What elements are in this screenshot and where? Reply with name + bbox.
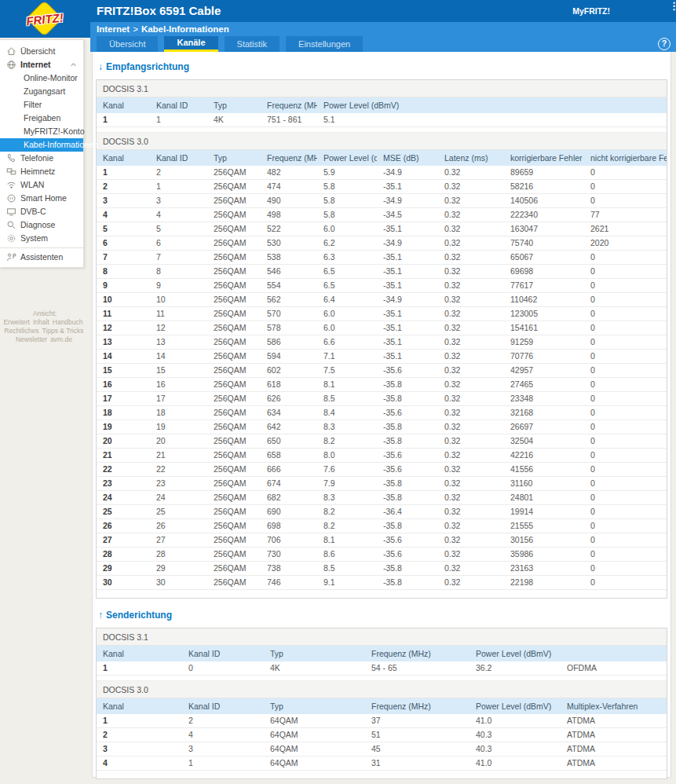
tab-bersicht[interactable]: Übersicht [97, 36, 158, 52]
cell: 666 [261, 463, 317, 477]
cell: 562 [261, 293, 317, 307]
cell: 0 [584, 364, 667, 378]
myfritz-link[interactable]: MyFRITZ! [572, 6, 610, 16]
tab-kan-le[interactable]: Kanäle [164, 36, 217, 52]
footer-link-inhalt[interactable]: Inhalt [31, 318, 51, 326]
column-header: Power Level (dBmV) [317, 150, 377, 166]
sidebar-item-kabel-informationen[interactable]: Kabel-Informationen [0, 138, 83, 152]
cell: 256QAM [207, 194, 261, 208]
sidebar-item-zugangsart[interactable]: Zugangsart [0, 85, 83, 98]
empfangsrichtung-section-title[interactable]: ↓Empfangsrichtung [98, 61, 668, 72]
kebab-menu-icon[interactable]: ⋮ [669, 4, 675, 9]
cell: 20 [97, 434, 150, 449]
column-header: Frequenz (MHz) [261, 150, 317, 166]
cell: 256QAM [207, 491, 261, 505]
footer-link-tipps-tricks[interactable]: Tipps & Tricks [40, 327, 85, 335]
cell: 6.5 [317, 279, 377, 293]
cell: 30 [150, 576, 207, 590]
sidebar-item-wlan[interactable]: WLAN [0, 178, 83, 192]
cell: 0.32 [438, 463, 504, 477]
table-row: 2727256QAM7068.1-35.60.32301560 [97, 533, 667, 548]
cell: -35.8 [377, 378, 438, 392]
cell: 0 [584, 293, 667, 307]
cell: -35.1 [377, 222, 438, 236]
cell: 30 [97, 576, 150, 590]
cell: 110462 [504, 293, 584, 307]
column-header: korrigierbare Fehler [504, 150, 584, 166]
cell: 3 [97, 742, 182, 757]
sidebar-item-diagnose[interactable]: Diagnose [0, 218, 83, 232]
sidebar-item-system[interactable]: System [0, 232, 83, 245]
cell: 31160 [504, 477, 584, 491]
tab-statistik[interactable]: Statistik [225, 36, 280, 52]
sidebar-item-dvb-c[interactable]: DVB-C [0, 205, 83, 218]
sidebar-item-label: MyFRITZ!-Konto [24, 125, 85, 138]
cell: -35.8 [377, 392, 438, 406]
cell: 602 [261, 364, 317, 378]
cell: 29 [150, 562, 207, 576]
sidebar-item-freigaben[interactable]: Freigaben [0, 112, 83, 125]
sidebar-item-heimnetz[interactable]: Heimnetz [0, 165, 83, 178]
cell: 0 [584, 434, 667, 449]
table-header-row: KanalKanal IDTypFrequenz (MHz)Power Leve… [97, 646, 667, 661]
up-arrow-icon: ↑ [98, 610, 103, 621]
sidebar-item-telefonie[interactable]: Telefonie [0, 152, 83, 165]
sidebar-item-label: Heimnetz [20, 165, 55, 178]
cell: 29 [97, 562, 150, 576]
cell: 7.9 [317, 477, 377, 491]
cell: 498 [261, 208, 317, 222]
cell: 538 [261, 251, 317, 265]
cell: -34.9 [377, 236, 438, 251]
footer-link-handbuch[interactable]: Handbuch [51, 318, 85, 326]
gear-icon [6, 233, 16, 244]
cell: 0.32 [438, 533, 504, 548]
cell: 41.0 [470, 714, 561, 728]
cell: 24 [97, 491, 150, 505]
footer-link-newsletter[interactable]: Newsletter [14, 335, 49, 343]
footer-link-rechtliches[interactable]: Rechtliches [3, 327, 41, 335]
table-row: 1616256QAM6188.1-35.80.32274650 [97, 378, 667, 392]
sidebar-item-smart-home[interactable]: Smart Home [0, 192, 83, 205]
cell: 18 [97, 406, 150, 420]
cell: 14 [150, 350, 207, 364]
cell: 16 [150, 378, 207, 392]
column-header: Kanal ID [150, 97, 207, 113]
cell: 4 [97, 208, 150, 222]
cell: 0 [182, 661, 264, 676]
cell: 256QAM [207, 463, 261, 477]
cell: 7.6 [317, 463, 377, 477]
cell: 13 [97, 335, 150, 350]
cell: -35.6 [377, 463, 438, 477]
sidebar-item-bersicht[interactable]: Übersicht [0, 45, 83, 58]
cell: 256QAM [207, 378, 261, 392]
magnifier-icon [6, 220, 16, 230]
cell: 19 [97, 420, 150, 434]
sidebar-item-filter[interactable]: Filter [0, 98, 83, 112]
cell: 22 [150, 463, 207, 477]
assistant-icon [6, 252, 16, 262]
fritz-logo: FRITZ! [0, 0, 90, 38]
senderichtung-section-title[interactable]: ↑Senderichtung [98, 610, 668, 621]
sidebar-item-internet[interactable]: Internet [0, 58, 83, 71]
tab-einstellungen[interactable]: Einstellungen [286, 36, 363, 52]
cell: 256QAM [207, 434, 261, 449]
cell: -35.8 [377, 420, 438, 434]
cell: 6.3 [317, 251, 377, 265]
cell: 8.5 [317, 392, 377, 406]
breadcrumb-section[interactable]: Internet [97, 24, 130, 34]
cell: 1 [97, 661, 182, 676]
cell: 482 [261, 166, 317, 180]
cell: -35.8 [377, 519, 438, 533]
cell: 40.3 [470, 728, 561, 742]
sidebar-item-assistenten[interactable]: Assistenten [0, 251, 83, 264]
table-header-row: KanalKanal IDTypFrequenz (MHz)Power Leve… [97, 97, 667, 113]
sidebar-item-online-monitor[interactable]: Online-Monitor [0, 71, 83, 85]
sidebar-item-myfritz-konto[interactable]: MyFRITZ!-Konto [0, 125, 83, 138]
cell: 256QAM [207, 166, 261, 180]
chevron-up-icon [69, 60, 78, 68]
help-icon[interactable]: ? [658, 38, 671, 50]
cell: 256QAM [207, 548, 261, 562]
footer-link-avm-de[interactable]: avm.de [49, 335, 74, 343]
table-row: 3364QAM4540.3ATDMA [97, 742, 667, 757]
cell: 8.5 [317, 562, 377, 576]
